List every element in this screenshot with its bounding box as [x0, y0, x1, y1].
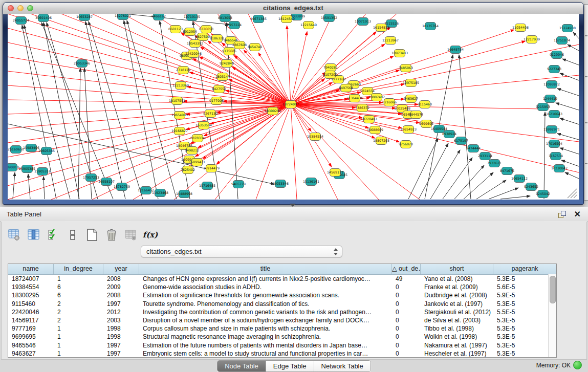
- table-cell[interactable]: 0: [392, 349, 421, 358]
- citation-edge[interactable]: [291, 14, 366, 104]
- citation-edge[interactable]: [291, 104, 542, 109]
- graph-node-teal[interactable]: 9227343: [547, 65, 561, 73]
- table-cell[interactable]: 9463627: [8, 349, 54, 358]
- graph-node-yellow[interactable]: 7940281: [323, 64, 338, 72]
- graph-node-yellow[interactable]: 9463627: [404, 95, 418, 103]
- delete-table-button[interactable]: [105, 229, 118, 242]
- table-row[interactable]: 977716911998Corpus callosum shape and si…: [8, 324, 556, 333]
- graph-node-teal[interactable]: 7957224: [227, 21, 242, 29]
- table-cell[interactable]: Estimation of the future numbers of pati…: [139, 341, 392, 349]
- graph-node-teal[interactable]: 10719135: [184, 14, 200, 21]
- citation-edge[interactable]: [568, 45, 579, 51]
- graph-node-teal[interactable]: 16210643: [546, 111, 562, 118]
- graph-node-yellow[interactable]: 12215640: [300, 21, 317, 29]
- citation-edge[interactable]: [234, 56, 291, 104]
- graph-node-teal[interactable]: 2933114: [478, 152, 492, 160]
- citation-edge[interactable]: [500, 196, 530, 199]
- table-cell[interactable]: Disruption of a novel member of a sodium…: [139, 316, 392, 324]
- graph-node-teal[interactable]: 9129946: [550, 51, 564, 59]
- citation-edge[interactable]: [208, 41, 291, 104]
- table-cell[interactable]: 5.3E-5: [493, 300, 556, 308]
- table-cell[interactable]: Franke et al. (2009): [421, 283, 493, 291]
- graph-node-teal[interactable]: 24055724: [13, 17, 29, 25]
- graph-node-yellow[interactable]: 19384554: [307, 133, 323, 141]
- graph-node-teal[interactable]: 16671385: [250, 15, 267, 23]
- table-cell[interactable]: de Silva et al. (2003): [421, 316, 493, 324]
- citation-edge[interactable]: [43, 177, 45, 199]
- table-cell[interactable]: 5.3E-5: [493, 324, 556, 333]
- table-cell[interactable]: 5.3E-5: [493, 316, 556, 324]
- table-cell[interactable]: 6: [54, 291, 103, 299]
- graph-node-yellow[interactable]: 12975185: [403, 79, 419, 87]
- graph-node-teal[interactable]: 19053346: [272, 180, 289, 188]
- table-cell[interactable]: 1: [54, 275, 103, 283]
- graph-node-yellow[interactable]: 9267130: [203, 110, 217, 118]
- citation-edge[interactable]: [573, 32, 579, 38]
- table-cell[interactable]: Structural magnetic resonance image aver…: [139, 333, 392, 341]
- graph-node-yellow[interactable]: 9498212: [185, 147, 199, 155]
- graph-node-teal[interactable]: 10653287: [76, 14, 93, 21]
- citation-edge[interactable]: [291, 104, 579, 172]
- new-table-button[interactable]: [85, 229, 98, 242]
- graph-node-yellow[interactable]: 9177006: [209, 97, 224, 105]
- column-header-0[interactable]: name: [8, 264, 54, 274]
- table-cell[interactable]: 5.3E-5: [493, 349, 556, 358]
- graph-node-teal[interactable]: 1244419: [543, 95, 557, 103]
- table-cell[interactable]: 19384554: [8, 283, 54, 291]
- table-cell[interactable]: 1997: [103, 341, 139, 349]
- graph-node-teal[interactable]: 9215953: [536, 103, 550, 111]
- table-row[interactable]: 1872400712008Changes of HCN gene express…: [8, 275, 556, 283]
- citation-edge[interactable]: [489, 188, 518, 199]
- graph-node-yellow[interactable]: 8601123: [168, 26, 183, 33]
- graph-node-yellow[interactable]: 9824554: [360, 87, 375, 95]
- table-cell[interactable]: Tibbo et al. (1998): [421, 324, 493, 333]
- table-cell[interactable]: 14569117: [8, 316, 54, 324]
- table-cell[interactable]: Wolkin et al. (1998): [421, 333, 493, 341]
- graph-node-teal[interactable]: 17016504: [546, 140, 562, 148]
- table-cell[interactable]: 5.6E-5: [493, 283, 556, 291]
- graph-node-yellow[interactable]: 9844574: [409, 111, 423, 119]
- table-cell[interactable]: 9115460: [8, 300, 54, 308]
- citation-edge[interactable]: [443, 158, 472, 199]
- table-cell[interactable]: 9699695: [8, 333, 54, 341]
- graph-node-yellow[interactable]: 7386372: [355, 104, 369, 112]
- table-cell[interactable]: 0: [392, 291, 421, 299]
- graph-node-yellow[interactable]: 12213369: [172, 82, 189, 90]
- table-cell[interactable]: 5.3E-5: [493, 333, 556, 341]
- table-row[interactable]: 2242004622012Investigating the contribut…: [8, 308, 556, 316]
- graph-node-yellow[interactable]: 6497568: [339, 84, 353, 92]
- table-cell[interactable]: 9777169: [8, 324, 54, 333]
- graph-node-teal[interactable]: 10591352: [321, 14, 337, 22]
- table-cell[interactable]: 6: [54, 283, 103, 291]
- table-cell[interactable]: 49: [392, 275, 421, 283]
- graph-node-teal[interactable]: 16782759: [114, 183, 130, 191]
- graph-node-yellow[interactable]: 11054408: [512, 24, 529, 32]
- graph-node-yellow[interactable]: 9756028: [399, 141, 413, 148]
- graph-node-teal[interactable]: 8813054: [218, 14, 232, 22]
- graph-node-teal[interactable]: 16648784: [447, 46, 464, 54]
- citation-edge[interactable]: [287, 26, 291, 104]
- graph-node-yellow[interactable]: 7485063: [399, 64, 413, 72]
- table-cell[interactable]: 2008: [103, 291, 139, 299]
- table-cell[interactable]: 18724007: [8, 275, 54, 283]
- vertical-scrollbar[interactable]: [548, 274, 556, 357]
- graph-node-yellow[interactable]: 8186328: [210, 35, 224, 42]
- citation-edge[interactable]: [562, 59, 579, 65]
- table-cell[interactable]: 1998: [103, 324, 139, 333]
- table-row[interactable]: 946554611997Estimation of the future num…: [8, 341, 556, 349]
- citation-edge[interactable]: [565, 172, 579, 179]
- graph-node-teal[interactable]: 10488998: [176, 190, 192, 198]
- table-cell[interactable]: 2003: [103, 316, 139, 324]
- graph-node-teal[interactable]: 9890810: [8, 164, 19, 171]
- citation-edge[interactable]: [430, 150, 460, 199]
- graph-node-teal[interactable]: 7932621: [487, 160, 502, 167]
- graph-node-yellow[interactable]: 2867608: [232, 41, 247, 49]
- table-cell[interactable]: 2008: [103, 275, 139, 283]
- citation-edge[interactable]: [28, 174, 30, 199]
- citation-edge[interactable]: [560, 118, 579, 124]
- table-cell[interactable]: Corpus callosum shape and size in male p…: [139, 324, 392, 333]
- table-cell[interactable]: 5.5E-5: [493, 308, 556, 316]
- graph-node-yellow[interactable]: 9175685: [222, 48, 236, 55]
- citation-edge[interactable]: [560, 148, 579, 154]
- table-cell[interactable]: 0: [392, 308, 421, 316]
